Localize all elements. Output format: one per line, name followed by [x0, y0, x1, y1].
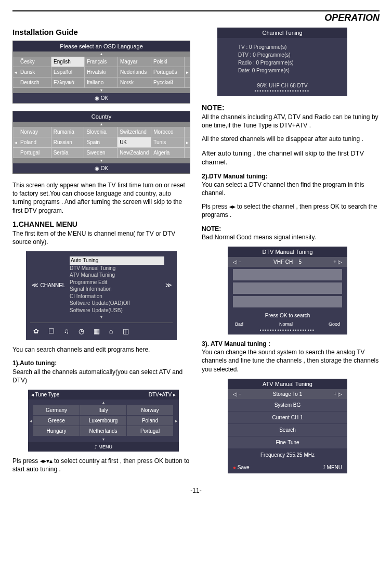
- chevron-right-icon[interactable]: ≫: [164, 255, 173, 315]
- channel-menu-item[interactable]: Signal Information: [70, 286, 164, 293]
- tv-programmes: TV : 0 Programme(s): [238, 43, 347, 51]
- menu-button[interactable]: ⤴ MENU: [323, 465, 342, 470]
- chevron-left-icon[interactable]: ◁ −: [233, 259, 242, 265]
- language-option[interactable]: Français: [85, 57, 118, 67]
- country-option[interactable]: Morocco: [151, 127, 185, 137]
- tune-country-option[interactable]: Greece: [33, 416, 80, 426]
- channel-menu-item[interactable]: DTV Manual Tuning: [70, 265, 164, 272]
- country-option[interactable]: Portugal: [18, 148, 51, 158]
- language-option[interactable]: Italiano: [85, 78, 118, 88]
- language-option[interactable]: English: [51, 57, 85, 67]
- language-option[interactable]: Português: [151, 67, 185, 78]
- date-programmes: Date: 0 Programme(s): [238, 67, 347, 74]
- chevron-right-icon[interactable]: [185, 57, 190, 67]
- grid-icon[interactable]: ▦: [94, 327, 100, 335]
- tune-country-option[interactable]: Germany: [33, 405, 80, 416]
- chevron-right-icon[interactable]: ▸: [174, 405, 179, 436]
- tune-type-label: Tune Type: [31, 392, 59, 397]
- language-option[interactable]: Magyar: [118, 57, 151, 67]
- channel-menu-item[interactable]: Software Update(USB): [70, 307, 164, 314]
- chevron-left-icon[interactable]: [13, 127, 18, 137]
- language-option[interactable]: Dansk: [18, 67, 51, 78]
- country-option[interactable]: Poland: [18, 137, 51, 148]
- country-option[interactable]: Russian: [51, 137, 85, 148]
- monitor-icon[interactable]: ☐: [48, 327, 55, 335]
- language-option[interactable]: Nederlands: [118, 67, 151, 78]
- tune-type-box: Tune Type DTV+ATV ▴ ◂ GermanyItalyNorway…: [28, 390, 179, 452]
- tune-country-option[interactable]: Poland: [127, 416, 174, 426]
- chevron-left-icon[interactable]: ◂: [28, 405, 33, 436]
- normal-label: Nomal: [279, 321, 293, 327]
- triangle-down-icon[interactable]: ▾: [13, 158, 190, 163]
- chevron-left-icon[interactable]: ◁ −: [233, 391, 242, 397]
- language-option[interactable]: Рycckий: [151, 78, 185, 88]
- country-option[interactable]: Slovenia: [84, 127, 117, 137]
- language-option[interactable]: Ελληνικά: [51, 78, 85, 88]
- triangle-up-icon[interactable]: ▴: [13, 52, 190, 57]
- chevron-right-icon[interactable]: [185, 127, 190, 137]
- chevron-left-icon[interactable]: ◂: [13, 137, 18, 148]
- note-2: All the stored channels will be disappea…: [202, 135, 380, 143]
- tune-country-option[interactable]: Luxembourg: [80, 416, 127, 426]
- system-bg[interactable]: System BG: [228, 399, 347, 411]
- note-1: All the channels including ATV, DTV and …: [202, 113, 380, 130]
- chevron-right-icon[interactable]: ▸: [185, 137, 190, 148]
- channel-menu-item[interactable]: Auto Tuning: [70, 256, 164, 265]
- channel-menu-item[interactable]: ATV Manual Tuning: [70, 272, 164, 279]
- language-option[interactable]: Polski: [151, 57, 185, 67]
- box-icon[interactable]: ◫: [123, 327, 129, 335]
- country-option[interactable]: Tunis: [151, 137, 185, 148]
- tune-country-option[interactable]: Norway: [127, 405, 174, 416]
- menu-footer[interactable]: ⤴ MENU: [28, 442, 179, 452]
- country-option[interactable]: Norway: [18, 127, 51, 137]
- music-icon[interactable]: ♫: [64, 327, 69, 335]
- chevron-right-icon[interactable]: ▸: [185, 67, 190, 78]
- chevron-left-icon[interactable]: [13, 148, 18, 158]
- channel-menu-item[interactable]: Programme Edit: [70, 279, 164, 286]
- chevron-left-icon[interactable]: [13, 57, 18, 67]
- current-ch[interactable]: Current CH 1: [228, 411, 347, 424]
- country-option[interactable]: Serbia: [51, 148, 85, 158]
- country-option[interactable]: NewZealand: [117, 148, 151, 158]
- ok-button[interactable]: OK: [13, 93, 190, 103]
- chevron-left-icon[interactable]: ◂: [13, 67, 18, 78]
- country-option[interactable]: Rumania: [51, 127, 85, 137]
- country-option[interactable]: Switzerland: [117, 127, 151, 137]
- clock-icon[interactable]: ◷: [79, 327, 84, 335]
- language-option[interactable]: Español: [51, 67, 85, 78]
- chevron-left-icon[interactable]: [13, 78, 18, 88]
- country-option[interactable]: Sweden: [84, 148, 117, 158]
- tune-country-option[interactable]: Hungary: [33, 426, 80, 436]
- triangle-down-icon[interactable]: ▾: [13, 88, 190, 93]
- language-option[interactable]: Deutsch: [18, 78, 51, 88]
- country-option[interactable]: Algeria: [151, 148, 185, 158]
- language-option[interactable]: Česky: [18, 57, 51, 67]
- fine-tune-button[interactable]: Fine-Tune: [228, 436, 347, 449]
- page-number: -11-: [12, 487, 380, 494]
- channel-menu-item[interactable]: CI Information: [70, 293, 164, 300]
- chevron-right-icon[interactable]: [185, 148, 190, 158]
- lock-icon[interactable]: ⌂: [109, 327, 113, 335]
- country-option[interactable]: Spain: [84, 137, 117, 148]
- triangle-up-icon[interactable]: ▴: [13, 122, 190, 127]
- country-option[interactable]: UK: [117, 137, 151, 148]
- ok-button[interactable]: OK: [13, 163, 190, 173]
- tune-country-option[interactable]: Portugal: [127, 426, 174, 436]
- triangle-down-icon[interactable]: ▾: [28, 436, 179, 442]
- language-option[interactable]: Norsk: [118, 78, 151, 88]
- chevron-right-icon[interactable]: [185, 78, 190, 88]
- tune-country-option[interactable]: Netherlands: [80, 426, 127, 436]
- note-heading: NOTE:: [202, 104, 380, 112]
- dtv-manual-heading: 2).DTV Manual tuning:: [202, 173, 268, 180]
- tune-country-option[interactable]: Italy: [80, 405, 127, 416]
- language-option[interactable]: Hrvatski: [85, 67, 118, 78]
- save-button[interactable]: ● Save: [233, 465, 250, 470]
- triangle-down-icon[interactable]: ▾: [30, 315, 173, 319]
- channel-menu-item[interactable]: Software Update(OAD)Off: [70, 300, 164, 307]
- chevron-right-icon[interactable]: + ▷: [333, 259, 342, 265]
- triangle-up-icon[interactable]: ▴: [28, 400, 179, 405]
- search-button[interactable]: Search: [228, 424, 347, 436]
- tune-type-value[interactable]: DTV+ATV: [149, 392, 176, 397]
- chevron-right-icon[interactable]: + ▷: [333, 391, 342, 397]
- gear-icon[interactable]: ✿: [33, 327, 39, 335]
